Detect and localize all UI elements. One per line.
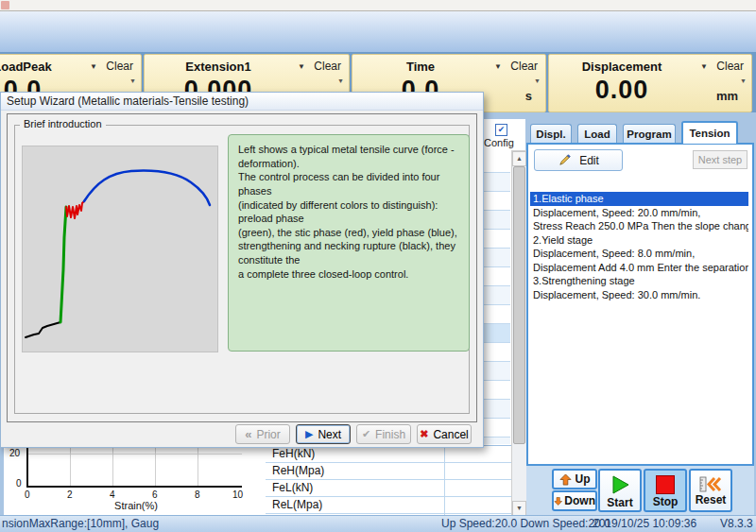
- readout-value: 0.00: [549, 76, 695, 105]
- down-arrow-icon: [554, 495, 562, 507]
- prior-button[interactable]: « Prior: [235, 424, 290, 444]
- chevron-down-icon[interactable]: ▼: [90, 62, 97, 71]
- readout-label: Time: [352, 60, 489, 74]
- vertical-scrollbar[interactable]: ▲ ▼: [511, 150, 527, 517]
- x-tick-label: 6: [152, 489, 158, 500]
- y-axis: [26, 446, 28, 487]
- tension-tab-content: Edit Next step 1.Elastic phase Displacem…: [526, 143, 754, 466]
- tab-tension[interactable]: Tension: [681, 121, 738, 144]
- gridline: [198, 446, 198, 486]
- list-item[interactable]: 2.Yield stage: [530, 233, 748, 248]
- readout-unit: mm: [716, 89, 738, 103]
- edit-button[interactable]: Edit: [534, 149, 623, 171]
- chevron-down-icon[interactable]: ▼: [494, 62, 502, 71]
- groupbox-label: Brief introduction: [20, 118, 106, 129]
- clear-button[interactable]: Clear: [314, 60, 341, 73]
- tab-program[interactable]: Program: [623, 124, 676, 143]
- description-panel: Left shows a typical metal tensile curve…: [228, 134, 470, 352]
- gridline: [155, 446, 156, 486]
- chevron-down-icon[interactable]: ▼: [129, 77, 136, 84]
- chevron-down-icon[interactable]: ▼: [740, 77, 747, 84]
- up-arrow-icon: [559, 473, 572, 486]
- table-row[interactable]: ReH(Mpa): [265, 463, 512, 480]
- x-tick-label: 0: [25, 489, 30, 500]
- parameter-label: FeL(kN): [272, 481, 313, 494]
- next-button[interactable]: ▶ Next: [296, 424, 351, 444]
- setup-wizard-dialog: Setup Wizard (Metallic materials-Tensile…: [0, 92, 484, 448]
- x-tick-label: 8: [195, 489, 200, 500]
- gridline: [112, 446, 113, 486]
- gridline: [28, 454, 242, 455]
- window-title-strip: [0, 0, 756, 11]
- reset-label: Reset: [696, 493, 727, 506]
- reset-icon: [699, 476, 722, 492]
- prior-icon: «: [245, 428, 251, 440]
- readout-label: Displacement: [549, 60, 695, 74]
- y-tick-label: 20: [9, 448, 20, 458]
- curve-stic-phase: [66, 201, 84, 218]
- parameter-label: ReH(Mpa): [272, 464, 324, 477]
- next-label: Next: [318, 428, 341, 441]
- finish-label: Finish: [375, 428, 405, 441]
- readout-label: LoadPeak: [0, 60, 84, 74]
- parameter-table: FeH(kN) ReH(Mpa) FeL(kN) ReL(Mpa) Fp(kN): [265, 445, 512, 516]
- step-list: 1.Elastic phase Displacement, Speed: 20.…: [530, 192, 748, 303]
- finish-button[interactable]: ✔ Finish: [356, 424, 411, 444]
- chevron-down-icon[interactable]: ▼: [337, 77, 344, 84]
- next-step-button[interactable]: Next step: [693, 150, 747, 169]
- status-datetime: 2019/10/25 10:09:36: [593, 516, 696, 532]
- list-item[interactable]: Stress Reach 250.0 MPa Then the slope ch…: [530, 219, 748, 233]
- y-tick-label: 0: [16, 478, 22, 489]
- parameter-label: ReL(Mpa): [272, 498, 322, 511]
- list-item[interactable]: Displacement, Speed: 20.0 mm/min,: [530, 206, 748, 220]
- readout-label: Extension1: [145, 60, 292, 74]
- toolbar-area: [0, 11, 756, 52]
- stop-button[interactable]: Stop: [644, 469, 687, 512]
- curve-preload-phase: [60, 207, 66, 322]
- start-label: Start: [607, 496, 632, 509]
- status-range-text: nsionMaxRange:[10mm], Gaug: [2, 516, 159, 532]
- cancel-icon: ✖: [420, 429, 428, 439]
- reset-button[interactable]: Reset: [689, 469, 732, 512]
- x-axis-label: Strain(%): [89, 500, 183, 511]
- pencil-icon: [558, 153, 572, 167]
- chevron-down-icon[interactable]: ▼: [298, 62, 305, 71]
- tab-load[interactable]: Load: [577, 124, 617, 143]
- curve-yield-phase: [84, 171, 210, 206]
- table-row[interactable]: FeL(kN): [265, 480, 512, 497]
- list-item[interactable]: 1.Elastic phase: [530, 192, 748, 206]
- scrollbar-thumb[interactable]: [513, 166, 525, 444]
- list-item[interactable]: Displacement, Speed: 30.0 mm/min.: [530, 288, 748, 302]
- status-speed-text: Up Speed:20.0 Down Speed:20.0: [441, 516, 610, 532]
- table-row[interactable]: FeH(kN): [265, 446, 512, 463]
- cancel-button[interactable]: ✖ Cancel: [417, 424, 472, 444]
- prior-label: Prior: [256, 428, 280, 441]
- readout-displacement: Displacement ▼ Clear 0.00 mm ▼: [548, 54, 752, 112]
- tab-displ[interactable]: Displ.: [530, 124, 572, 143]
- clear-button[interactable]: Clear: [510, 60, 538, 73]
- scroll-up-icon[interactable]: ▲: [512, 151, 526, 166]
- list-item[interactable]: Displacement, Speed: 8.0 mm/min,: [530, 247, 748, 261]
- finish-icon: ✔: [362, 429, 370, 439]
- up-label: Up: [576, 472, 591, 486]
- scroll-down-icon[interactable]: ▼: [512, 501, 526, 516]
- tensile-curve-svg: [23, 146, 217, 352]
- strain-chart: 20 0 0 2 4 6 8 10 Strain(%): [4, 446, 266, 515]
- list-item[interactable]: 3.Strengthening stage: [530, 274, 748, 288]
- chevron-down-icon[interactable]: ▼: [700, 62, 708, 71]
- clear-button[interactable]: Clear: [716, 60, 744, 73]
- x-tick-label: 4: [110, 489, 115, 500]
- status-bar: nsionMaxRange:[10mm], Gaug Up Speed:20.0…: [0, 515, 756, 532]
- cancel-label: Cancel: [433, 428, 468, 441]
- chevron-down-icon[interactable]: ▼: [534, 77, 541, 84]
- dialog-title: Setup Wizard (Metallic materials-Tensile…: [1, 93, 483, 111]
- down-button[interactable]: Down: [552, 490, 597, 511]
- column-divider: [444, 445, 445, 515]
- up-button[interactable]: Up: [552, 469, 597, 489]
- start-button[interactable]: Start: [598, 469, 642, 512]
- list-item[interactable]: Displacement Add 4.0 mm Enter the separa…: [530, 261, 748, 275]
- parameter-label: FeH(kN): [272, 447, 315, 460]
- clear-button[interactable]: Clear: [106, 60, 133, 73]
- config-checkbox[interactable]: ✔: [495, 124, 507, 136]
- table-row[interactable]: ReL(Mpa): [265, 497, 512, 514]
